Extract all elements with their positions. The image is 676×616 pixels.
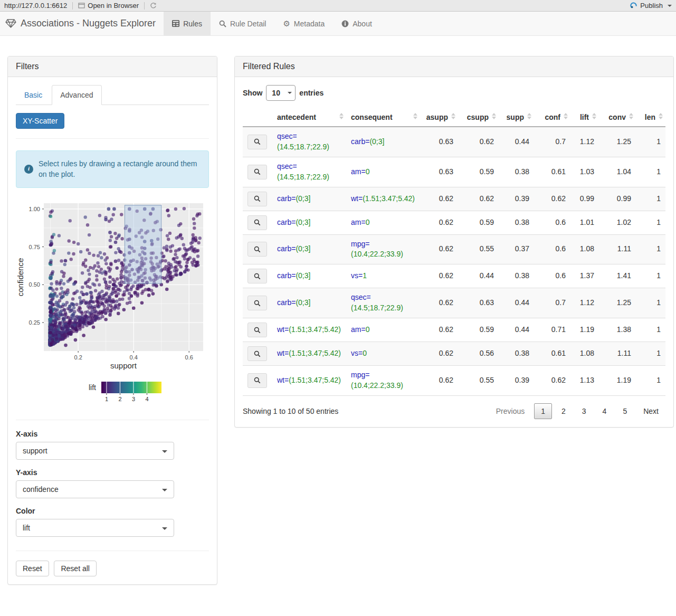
svg-text:2: 2 [118, 396, 121, 402]
tab-metadata[interactable]: ⚙ Metadata [274, 12, 333, 35]
y-axis-select[interactable]: confidence [16, 480, 174, 498]
table-row[interactable]: wt=(1.51;3.47;5.42)vs=00.620.560.380.611… [243, 342, 665, 366]
inspect-rule-button[interactable] [247, 296, 267, 310]
column-label: consequent [351, 113, 393, 121]
table-row[interactable]: qsec=(14.5;18.7;22.9)am=00.630.590.380.6… [243, 157, 665, 187]
column-header-antecedent[interactable]: antecedent [272, 108, 346, 127]
refresh-button[interactable] [150, 2, 157, 9]
inspect-rule-button[interactable] [247, 242, 267, 257]
supp-cell: 0.44 [499, 288, 534, 318]
sort-icon[interactable] [527, 113, 531, 119]
inspect-rule-button[interactable] [247, 192, 267, 206]
lift-colorbar-legend: lift1234 [89, 382, 161, 402]
lift-cell: 1.03 [570, 157, 599, 187]
len-cell: 1 [636, 264, 665, 288]
column-header-conv[interactable]: conv [599, 108, 636, 127]
sort-icon[interactable] [413, 113, 417, 119]
inspect-rule-button[interactable] [247, 346, 267, 361]
svg-text:0.2: 0.2 [74, 354, 82, 361]
pagination-previous[interactable]: Previous [489, 403, 531, 419]
sort-icon[interactable] [339, 113, 344, 119]
attribute-name: wt= [277, 325, 289, 334]
sort-icon[interactable] [564, 113, 568, 119]
inspect-rule-button[interactable] [247, 373, 267, 388]
consequent-cell: mpg=(10.4;22.2;33.9) [346, 366, 420, 396]
consequent-cell: carb=(0;3] [346, 127, 420, 157]
column-header-csupp[interactable]: csupp [458, 108, 499, 127]
x-axis-title: support [110, 361, 137, 370]
inspect-rule-button[interactable] [247, 269, 267, 283]
inspect-rule-button[interactable] [247, 165, 267, 179]
table-row[interactable]: carb=(0;3]am=00.620.590.380.61.011.021 [243, 211, 665, 234]
sort-icon[interactable] [629, 113, 633, 119]
reset-button[interactable]: Reset [16, 561, 49, 576]
search-icon [254, 168, 261, 175]
refresh-icon [150, 2, 157, 9]
supp-cell: 0.39 [499, 366, 534, 396]
asupp-cell: 0.62 [420, 318, 458, 342]
svg-text:1: 1 [105, 396, 108, 402]
table-row[interactable]: carb=(0;3]wt=(1.51;3.47;5.42)0.620.620.3… [243, 187, 665, 211]
column-header-conf[interactable]: conf [534, 108, 570, 127]
color-select[interactable]: lift [16, 519, 174, 537]
lift-cell: 1.01 [570, 211, 599, 234]
filtered-rules-title: Filtered Rules [235, 56, 673, 77]
pagination-page-1[interactable]: 1 [534, 403, 552, 419]
len-cell: 1 [636, 187, 665, 211]
inspect-rule-button[interactable] [247, 323, 267, 337]
table-row[interactable]: carb=(0;3]vs=10.620.440.380.61.371.411 [243, 264, 665, 288]
tab-rules[interactable]: Rules [164, 12, 211, 35]
table-row[interactable]: qsec=(14.5;18.7;22.9)carb=(0;3]0.630.620… [243, 127, 665, 157]
inspect-rule-button[interactable] [247, 135, 267, 149]
plot-selection-rect[interactable] [125, 205, 161, 283]
column-header-lift[interactable]: lift [570, 108, 599, 127]
inspect-rule-button[interactable] [247, 215, 267, 230]
pagination-next[interactable]: Next [636, 403, 665, 419]
sort-icon[interactable] [492, 113, 496, 119]
attribute-name: am= [351, 325, 366, 334]
scatter-plot[interactable]: 0.20.40.60.250.500.751.00supportconfiden… [16, 202, 206, 409]
sort-icon[interactable] [659, 113, 663, 119]
pagination-page-5[interactable]: 5 [616, 403, 634, 419]
inspect-column-header [243, 108, 272, 127]
xy-scatter-button[interactable]: XY-Scatter [16, 113, 64, 129]
attribute-name: carb= [277, 298, 296, 307]
viewer-chrome-bar: http://127.0.0.1:6612 Open in Browser Pu… [0, 0, 676, 12]
column-header-len[interactable]: len [636, 108, 665, 127]
column-header-consequent[interactable]: consequent [346, 108, 420, 127]
attribute-value: 0 [366, 325, 370, 334]
column-header-asupp[interactable]: asupp [420, 108, 458, 127]
tab-basic[interactable]: Basic [16, 85, 51, 105]
conf-cell: 0.62 [534, 366, 570, 396]
filters-panel-title: Filters [8, 56, 217, 77]
consequent-cell: am=0 [346, 211, 420, 234]
sort-icon[interactable] [592, 113, 596, 119]
attribute-name: am= [351, 218, 366, 226]
table-row[interactable]: wt=(1.51;3.47;5.42)am=00.620.590.440.711… [243, 318, 665, 342]
table-row[interactable]: carb=(0;3]mpg=(10.4;22.2;33.9)0.620.550.… [243, 234, 665, 264]
tab-about[interactable]: About [333, 12, 380, 35]
table-row[interactable]: wt=(1.51;3.47;5.42)mpg=(10.4;22.2;33.9)0… [243, 366, 665, 396]
pagination-page-3[interactable]: 3 [575, 403, 593, 419]
divider [16, 551, 209, 551]
attribute-name: carb= [277, 271, 296, 280]
open-in-browser-button[interactable]: Open in Browser [78, 2, 139, 10]
len-cell: 1 [636, 211, 665, 234]
pagination-page-4[interactable]: 4 [596, 403, 614, 419]
tab-rule-detail[interactable]: Rule Detail [211, 12, 274, 35]
sort-icon[interactable] [451, 113, 455, 119]
pagination-page-2[interactable]: 2 [555, 403, 573, 419]
table-row[interactable]: carb=(0;3]qsec=(14.5;18.7;22.9)0.620.630… [243, 288, 665, 318]
reset-all-button[interactable]: Reset all [54, 561, 96, 576]
publish-button[interactable]: Publish [630, 2, 672, 10]
chevron-down-icon[interactable] [668, 5, 672, 7]
x-axis-select[interactable]: support [16, 442, 174, 460]
tab-advanced[interactable]: Advanced [52, 85, 101, 105]
column-header-supp[interactable]: supp [499, 108, 534, 127]
asupp-cell: 0.62 [420, 288, 458, 318]
conv-cell: 1.19 [599, 366, 636, 396]
attribute-name: carb= [277, 194, 296, 203]
page-length-select[interactable]: 10 [266, 85, 296, 101]
attribute-name: carb= [277, 244, 296, 253]
search-icon [254, 300, 261, 307]
